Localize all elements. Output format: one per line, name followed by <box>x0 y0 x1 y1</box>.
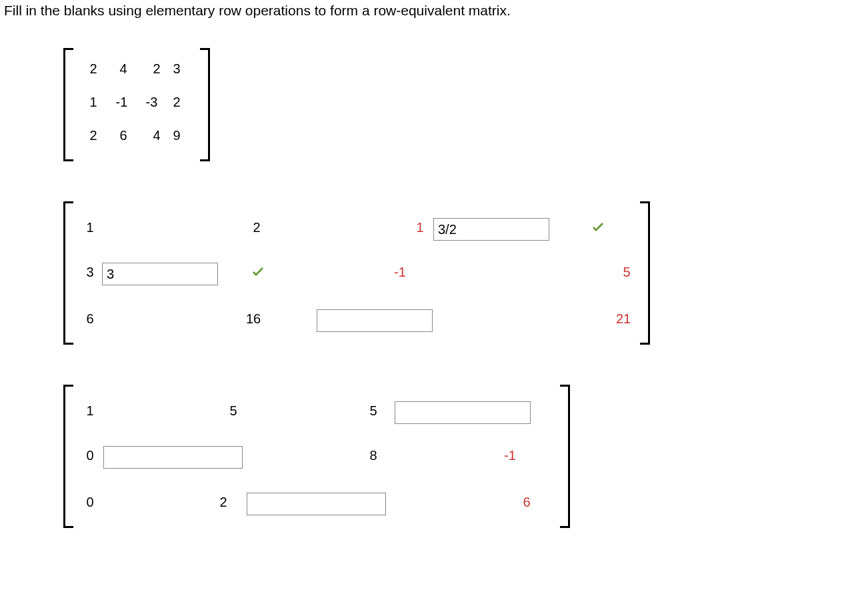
m3-r2c4: -1 <box>497 448 523 463</box>
m2-r1c4-input[interactable] <box>433 218 549 241</box>
m3-r3c1: 0 <box>80 495 100 510</box>
check-icon <box>590 220 606 236</box>
m3-r2c2-input[interactable] <box>103 446 243 469</box>
m1-r1c3: 2 <box>147 61 167 77</box>
m3-r2c3: 8 <box>363 448 383 463</box>
m2-r3c3-input[interactable] <box>317 309 433 332</box>
m2-r2c4: 5 <box>617 265 637 280</box>
m3-r1c3: 5 <box>363 403 383 419</box>
m3-r1c1: 1 <box>80 403 100 419</box>
m2-r1c3: 1 <box>410 220 430 235</box>
m1-r1c2: 4 <box>113 61 133 77</box>
matrix-2: 1 2 1 3 -1 5 6 16 21 <box>63 201 650 345</box>
matrix-3: 1 5 5 0 8 -1 0 2 6 <box>63 385 570 528</box>
m1-r1c1: 2 <box>83 61 103 77</box>
m1-r2c2: -1 <box>110 95 133 110</box>
m1-r2c1: 1 <box>83 95 103 110</box>
m3-r1c4-input[interactable] <box>395 401 531 424</box>
m3-r3c4: 6 <box>517 495 537 510</box>
m1-r3c3: 4 <box>147 128 167 143</box>
m3-r3c3-input[interactable] <box>247 493 386 515</box>
m1-r3c1: 2 <box>83 128 103 143</box>
m1-r2c3: -3 <box>140 95 163 110</box>
m2-r2c2-input[interactable] <box>102 263 218 285</box>
m2-r1c2: 2 <box>247 220 267 235</box>
m1-r1c4: 3 <box>167 61 187 77</box>
m3-r3c2: 2 <box>213 495 233 510</box>
m3-r2c1: 0 <box>80 448 100 463</box>
m1-r3c2: 6 <box>113 128 133 143</box>
m2-r3c1: 6 <box>80 311 100 327</box>
m2-r2c3: -1 <box>387 265 413 280</box>
m2-r1c1: 1 <box>80 220 100 235</box>
matrix-1: 2 4 2 3 1 -1 -3 2 2 6 4 9 <box>63 48 210 161</box>
m1-r2c4: 2 <box>167 95 187 110</box>
check-icon <box>250 265 266 281</box>
m2-r3c2: 16 <box>240 311 267 327</box>
instruction-text: Fill in the blanks using elementary row … <box>0 0 868 21</box>
m1-r3c4: 9 <box>167 128 187 143</box>
m2-r3c4: 21 <box>610 311 637 327</box>
m2-r2c1: 3 <box>80 265 100 280</box>
m3-r1c2: 5 <box>223 403 243 419</box>
